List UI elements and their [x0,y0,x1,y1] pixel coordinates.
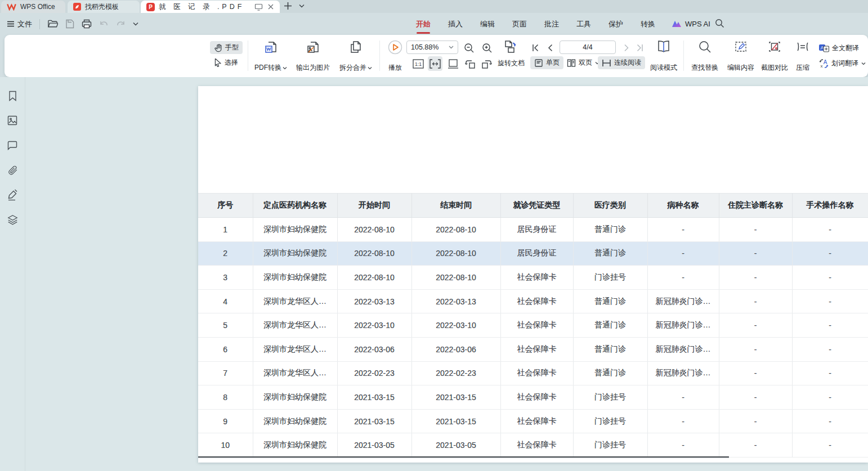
previous-page-button[interactable] [543,41,557,55]
compress-button[interactable]: 压缩 [791,40,814,73]
rotate-doc-label[interactable]: 旋转文档 [498,59,525,68]
new-tab-icon[interactable] [284,2,292,10]
export-image-button[interactable]: 输出为图片 [293,40,333,73]
tab-list-chevron-icon[interactable] [299,4,305,8]
table-cell: 2021-03-05 [411,433,500,457]
table-cell: 新冠肺炎门诊… [647,337,719,361]
split-merge-button[interactable]: 拆分合并 [335,40,376,73]
table-cell: 2021-03-15 [411,409,500,433]
rotate-right-button[interactable] [480,56,494,71]
redo-icon[interactable] [116,20,126,28]
table-cell: - [719,385,792,410]
hand-tool-button[interactable]: 手型 [210,41,243,54]
rotate-left-button[interactable] [463,56,477,71]
file-menu-button[interactable]: 文件 [7,19,32,29]
last-page-button[interactable] [633,41,647,55]
menu-item-3[interactable]: 页面 [512,17,527,32]
menu-item-1[interactable]: 插入 [448,17,463,32]
menu-item-2[interactable]: 编辑 [480,17,495,32]
table-cell: 新冠肺炎门诊… [647,313,719,338]
table-cell: 普通门诊 [573,313,647,338]
table-cell: 2021-03-05 [337,433,411,457]
table-cell: 新冠肺炎门诊… [647,289,719,313]
menu-item-0[interactable]: 开始 [415,17,431,32]
table-cell: 普通门诊 [573,241,647,266]
table-cell: 门诊挂号 [573,385,647,410]
fit-page-refresh-button[interactable] [503,39,518,54]
signature-pen-icon[interactable] [7,189,18,201]
table-cell: 普通门诊 [573,361,647,385]
pdf-page[interactable]: 序号定点医药机构名称开始时间结束时间就诊凭证类型医疗类别病种名称住院主诊断名称手… [198,86,868,463]
zoom-in-button[interactable] [480,41,494,55]
word-translate-button[interactable]: Ax 划词翻译 [815,57,868,70]
menu-item-6[interactable]: 保护 [608,17,624,32]
ribbon-toolbar: 手型 选择 PDF转换 输出为图片 拆分合并 播放 [5,35,868,77]
table-cell: - [792,218,868,242]
chevron-down-icon [368,66,372,70]
bookmark-icon[interactable] [7,89,18,102]
fit-page-button[interactable] [446,56,460,71]
pdf-convert-button[interactable]: PDF转换 [252,40,289,73]
table-cell: 2022-03-06 [337,337,411,361]
table-header-cell: 就诊凭证类型 [500,194,573,218]
tab-docer-templates[interactable]: 找稻壳模板 [68,1,140,13]
close-tab-icon[interactable] [267,3,274,10]
menu-item-5[interactable]: 工具 [576,17,592,32]
undo-history-chevron-icon[interactable] [133,22,138,26]
table-cell: 社会保障卡 [500,266,573,290]
thumbnail-image-icon[interactable] [7,114,18,127]
present-mode-icon[interactable] [254,3,263,11]
word-translate-icon: Ax [819,59,829,68]
full-translate-button[interactable]: A 全文翻译 [815,42,863,55]
zoom-out-button[interactable] [462,41,476,55]
menu-row: 文件 开始插入编辑页面批注工具保护转换 WPS AI [0,13,868,35]
tab-wps-home[interactable]: WPS Office [1,1,65,13]
tab-document-active[interactable]: P 就 医 记 录 .PDF [141,1,280,13]
page-number-input[interactable]: 4/4 [560,41,616,54]
table-cell: 3 [198,266,253,290]
menu-item-7[interactable]: 转换 [640,17,656,32]
menu-search-icon[interactable] [715,19,724,28]
table-header-cell: 住院主诊断名称 [719,194,792,218]
menu-item-4[interactable]: 批注 [544,17,560,32]
open-file-icon[interactable] [47,19,58,29]
double-page-icon [567,59,576,68]
table-cell: 2021-03-15 [337,409,411,433]
document-title: 就 医 记 录 .PDF [159,2,244,12]
single-page-icon [534,59,543,68]
table-cell: 2022-08-10 [337,218,411,242]
attachment-icon[interactable] [7,164,18,176]
table-row: 2深圳市妇幼保健院2022-08-102022-08-10居民身份证普通门诊--… [198,241,868,266]
zoom-level-select[interactable]: 105.88% [406,41,458,54]
first-page-button[interactable] [528,41,543,55]
table-row: 7深圳市龙华区人…2022-02-232022-02-23社会保障卡普通门诊新冠… [198,361,868,385]
single-page-button[interactable]: 单页 [530,56,563,69]
cursor-icon [214,59,222,67]
table-cell: 2022-08-10 [411,241,500,266]
screenshot-compare-button[interactable]: 截图对比 [758,40,791,73]
continuous-read-button[interactable]: 连续阅读 [598,56,645,69]
table-cell: 2022-03-13 [337,289,411,313]
play-button[interactable]: 播放 [383,40,408,73]
screenshot-compare-icon [768,40,781,53]
table-cell: 居民身份证 [500,241,573,266]
wps-ai-button[interactable]: WPS AI [672,13,710,35]
print-icon[interactable] [82,19,92,29]
fit-width-button[interactable] [428,56,442,71]
actual-size-button[interactable]: 1:1 [411,56,426,71]
layers-icon[interactable] [7,213,18,226]
table-cell: 深圳市妇幼保健院 [253,385,337,410]
read-mode-button[interactable]: 阅读模式 [647,40,680,73]
table-cell: - [719,289,792,313]
undo-icon[interactable] [99,20,109,28]
comment-icon[interactable] [7,139,18,151]
select-tool-button[interactable]: 选择 [210,56,242,69]
find-replace-button[interactable]: 查找替换 [688,40,722,73]
left-panel-sidebar [0,77,25,471]
edit-content-button[interactable]: 编辑内容 [724,40,758,73]
save-icon[interactable] [65,19,74,29]
next-page-button[interactable] [619,41,634,55]
table-cell: 深圳市妇幼保健院 [253,433,337,457]
play-icon [388,40,402,55]
table-header-row: 序号定点医药机构名称开始时间结束时间就诊凭证类型医疗类别病种名称住院主诊断名称手… [198,194,868,218]
